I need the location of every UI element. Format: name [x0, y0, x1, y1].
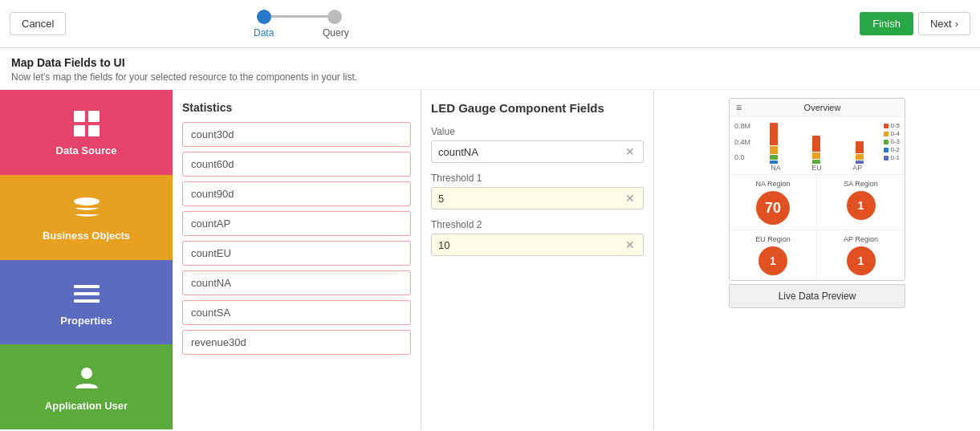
statistics-panel: Statistics count30dcount60dcount90dcount… [173, 90, 421, 429]
gauge-sa-circle: 1 [847, 191, 876, 220]
legend-item-1: 0-1 [884, 154, 900, 161]
gauge-ap-label: AP Region [823, 235, 898, 243]
threshold2-clear-button[interactable]: ✕ [624, 238, 636, 251]
gauge-eu-circle: 1 [758, 246, 787, 275]
gauge-ap-circle: 1 [847, 246, 876, 275]
step-query-circle [327, 10, 342, 24]
value-input-row[interactable]: countNA ✕ [431, 140, 644, 163]
next-label: Next [930, 18, 952, 30]
header: Cancel Data Query Finish Next › [0, 0, 980, 48]
step-query-label: Query [279, 27, 349, 39]
statistics-list-item[interactable]: revenue30d [182, 330, 411, 355]
statistics-list-item[interactable]: countSA [182, 300, 411, 325]
legend-label-2: 0-2 [890, 146, 900, 153]
gauge-sa-label: SA Region [823, 180, 898, 188]
svg-rect-2 [74, 125, 85, 136]
menu-icon: ≡ [736, 102, 742, 113]
statistics-list-item[interactable]: countEU [182, 241, 411, 266]
sidebar-data-source-label: Data Source [56, 144, 117, 157]
step-line [271, 15, 327, 18]
fields-panel: LED Gauge Component Fields Value countNA… [421, 90, 654, 429]
value-clear-button[interactable]: ✕ [624, 145, 636, 158]
gauge-na: NA Region 70 [730, 175, 817, 230]
user-icon [71, 363, 103, 395]
chart-legend: 0-5 0-4 0-3 0-2 [880, 122, 900, 173]
chart-title: Overview [746, 103, 898, 112]
sub-header: Map Data Fields to UI Now let's map the … [0, 48, 980, 90]
svg-rect-7 [74, 299, 100, 303]
cancel-button[interactable]: Cancel [10, 12, 66, 35]
y-label-top: 0.8M [734, 122, 750, 130]
gauge-na-label: NA Region [736, 180, 810, 188]
step-data-circle [257, 10, 271, 24]
threshold2-label: Threshold 2 [431, 219, 644, 230]
value-input-value: countNA [438, 146, 478, 158]
threshold1-field-group: Threshold 1 5 ✕ [431, 173, 644, 209]
page-description: Now let's map the fields for your select… [11, 71, 969, 83]
gauge-na-circle: 70 [756, 191, 790, 225]
chart-header: ≡ Overview [730, 99, 905, 117]
gauge-ap: AP Region 1 [817, 230, 905, 280]
preview-panel: ≡ Overview 0.8M 0.4M 0.0 [654, 90, 980, 429]
sidebar-item-business-objects[interactable]: Business Objects [0, 175, 173, 260]
statistics-list-item[interactable]: count60d [182, 152, 411, 177]
y-label-bot: 0.0 [734, 153, 750, 161]
bar-chart: 0.8M 0.4M 0.0 [730, 117, 905, 174]
svg-rect-6 [74, 292, 100, 295]
legend-item-3: 0-3 [884, 138, 900, 145]
sidebar-app-user-label: Application User [45, 400, 128, 412]
threshold1-input-value: 5 [438, 193, 444, 205]
header-actions: Finish Next › [860, 12, 970, 35]
gauge-eu-label: EU Region [736, 235, 810, 243]
legend-item-2: 0-2 [884, 146, 900, 153]
fields-title: LED Gauge Component Fields [431, 101, 644, 115]
gauge-eu: EU Region 1 [730, 230, 817, 280]
gauge-sa: SA Region 1 [817, 175, 905, 230]
threshold2-field-group: Threshold 2 10 ✕ [431, 219, 644, 256]
value-field-group: Value countNA ✕ [431, 126, 644, 163]
sidebar-item-data-source[interactable]: Data Source [0, 90, 173, 175]
legend-label-3: 0-3 [890, 138, 900, 145]
threshold2-input-row[interactable]: 10 ✕ [431, 234, 644, 256]
list-icon [71, 278, 103, 310]
layers-icon [71, 193, 103, 225]
svg-rect-3 [88, 125, 100, 136]
x-label-na: NA [771, 164, 781, 172]
finish-button[interactable]: Finish [860, 12, 913, 35]
legend-item-4: 0-4 [884, 130, 900, 137]
sidebar-item-app-user[interactable]: Application User [0, 344, 173, 429]
bar-na [755, 123, 791, 164]
legend-label-1: 0-1 [890, 154, 900, 161]
x-label-eu: EU [811, 164, 822, 172]
next-button[interactable]: Next › [918, 12, 970, 35]
legend-label-4: 0-4 [890, 130, 900, 137]
value-label: Value [431, 126, 644, 137]
y-axis: 0.8M 0.4M 0.0 [734, 122, 752, 173]
x-label-ap: AP [852, 164, 862, 172]
statistics-list-item[interactable]: count90d [182, 181, 411, 206]
bars-area: NA EU AP [755, 122, 877, 173]
sidebar-business-objects-label: Business Objects [43, 230, 130, 242]
bars-group [755, 122, 877, 164]
statistics-title: Statistics [182, 101, 411, 114]
svg-rect-5 [74, 285, 100, 288]
y-label-mid: 0.4M [734, 138, 750, 146]
x-labels: NA EU AP [755, 164, 877, 172]
svg-rect-1 [88, 111, 100, 122]
threshold1-clear-button[interactable]: ✕ [624, 192, 636, 205]
stepper: Data Query [250, 10, 349, 39]
grid-icon [71, 108, 103, 140]
sidebar-properties-label: Properties [60, 315, 112, 327]
statistics-list-item[interactable]: countNA [182, 270, 411, 295]
sidebar-item-properties[interactable]: Properties [0, 260, 173, 345]
threshold1-input-row[interactable]: 5 ✕ [431, 187, 644, 209]
step-data-label: Data [250, 27, 279, 39]
statistics-list-item[interactable]: count30d [182, 122, 411, 147]
chevron-right-icon: › [955, 18, 958, 30]
legend-item-5: 0-5 [884, 122, 900, 129]
statistics-list-item[interactable]: countAP [182, 211, 411, 236]
svg-rect-0 [74, 111, 85, 122]
live-preview-button[interactable]: Live Data Preview [729, 284, 905, 308]
gauge-grid: NA Region 70 SA Region 1 EU Region 1 AP … [730, 174, 905, 280]
legend-label-5: 0-5 [890, 122, 900, 129]
